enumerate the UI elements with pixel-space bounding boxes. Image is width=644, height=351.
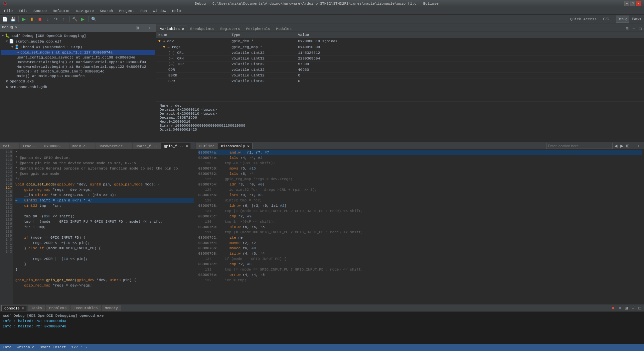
menu-refactor[interactable]: Refactor xyxy=(50,8,73,14)
debug-minimize-btn[interactable]: – xyxy=(141,25,147,31)
save-button[interactable]: 💾 xyxy=(9,16,17,23)
tab-executables[interactable]: Executables xyxy=(71,305,101,311)
var-row-odr[interactable]: ODR volatile uint32 40960 xyxy=(156,67,644,73)
disasm-maximize-btn[interactable]: □ xyxy=(637,143,643,149)
var-row-brr[interactable]: BRR volatile uint32 0 xyxy=(156,78,644,84)
tree-item-thread[interactable]: ▼ 🧵 Thread #1 (Suspended : Step) xyxy=(1,44,155,50)
tab-registers[interactable]: Registers xyxy=(217,26,243,32)
disasm-line-11: 08000766: moveq r6, #8 xyxy=(198,246,642,251)
console-maximize-btn[interactable]: □ xyxy=(637,305,643,311)
perspective-packs-button[interactable]: Packs xyxy=(630,16,643,23)
tree-item-openocd[interactable]: ⚙ openocd.exe xyxy=(1,78,155,84)
detail-hex: Hex:0x20000310 xyxy=(160,120,641,124)
minimize-button[interactable]: ─ xyxy=(624,1,629,6)
menu-window[interactable]: Window xyxy=(150,8,169,14)
debug-layout-btn[interactable]: ⊞ xyxy=(134,25,140,31)
perspective-cpp-button[interactable]: C/C++ xyxy=(601,16,614,23)
var-row-bsrr[interactable]: BSRR volatile uint32 0 xyxy=(156,73,644,78)
tree-item-root[interactable]: ▼ 🐛 asdf Debug [GDB OpenOCD Debugging] xyxy=(1,33,155,39)
editor-tab-usart[interactable]: usart_f... xyxy=(133,143,161,149)
menu-navigate[interactable]: Navigate xyxy=(74,8,96,14)
debug-stop-button[interactable]: ⏹ xyxy=(36,16,44,23)
build-button[interactable]: 🔨 xyxy=(71,16,79,23)
debug-suspend-button[interactable]: ⏸ xyxy=(28,16,36,23)
disasm-src-text-131b: 131 tmp |= (mode == GPIO_INPUT_PU ? GPIO… xyxy=(198,230,363,235)
disassembly-panel: Outline Disassembly ✕ ◀ ▶ ⊞ – □ xyxy=(196,142,644,304)
disasm-src-131c: 131 tmp |= (mode == GPIO_INPUT_PU ? GPIO… xyxy=(198,267,642,272)
perspective-debug-button[interactable]: Debug xyxy=(616,16,629,23)
debug-step-into-button[interactable]: ↓ xyxy=(44,16,52,23)
console-minimize-btn[interactable]: – xyxy=(630,305,636,311)
console-layout-btn[interactable]: ⊞ xyxy=(623,305,629,311)
tab-peripherals[interactable]: Peripherals xyxy=(243,26,273,32)
new-button[interactable]: 📄 xyxy=(1,16,9,23)
tab-problems[interactable]: Problems xyxy=(46,305,70,311)
disasm-minimize-btn[interactable]: – xyxy=(631,143,637,149)
disasm-layout-btn[interactable]: ⊞ xyxy=(625,143,631,149)
disasm-location-input[interactable] xyxy=(546,143,613,149)
tab-modules[interactable]: Modules xyxy=(273,26,294,32)
menu-run[interactable]: Run xyxy=(138,8,150,14)
search-button[interactable]: 🔍 xyxy=(90,16,97,23)
editor-tab-addr[interactable]: 0x80006... xyxy=(41,143,69,149)
run-button[interactable]: ▶ xyxy=(79,16,86,23)
menu-edit[interactable]: Edit xyxy=(16,8,30,14)
editor-tab-main[interactable]: mai... xyxy=(0,143,19,149)
code-122: * @see gpio_pin_mode xyxy=(15,171,194,176)
tree-item-frame0[interactable]: → gpio_set_mode() at gpio_f1.c:127 0x800… xyxy=(1,50,155,55)
vars-layout-btn[interactable]: ⊞ xyxy=(624,26,630,32)
vars-minimize-btn[interactable]: – xyxy=(631,26,637,32)
tree-item-frame5[interactable]: main() at main.cpp:38 0x8000fcc xyxy=(1,74,155,78)
tab-variables[interactable]: Variables ✕ xyxy=(157,26,187,32)
debug-step-return-button[interactable]: ↑ xyxy=(60,16,68,23)
var-row-crl[interactable]: (↔) CRL volatile uint32 1145324612 xyxy=(156,50,644,56)
code-area[interactable]: * * @param dev GPIO device. * @param pin… xyxy=(13,149,196,304)
editor-tab-trac[interactable]: Trac... xyxy=(20,143,41,149)
debug-panel-title: Debug ✕ xyxy=(2,25,17,31)
menu-file[interactable]: File xyxy=(1,8,15,14)
code-132: *cr = tmp; xyxy=(15,224,194,230)
tab-memory[interactable]: Memory xyxy=(102,305,121,311)
tree-item-frame4[interactable]: setup() at sketch_aug29a.ino:5 0x800014c xyxy=(1,69,155,74)
vars-maximize-btn[interactable]: □ xyxy=(637,26,643,32)
console-stop-btn[interactable]: ■ xyxy=(610,305,616,311)
var-row-regs[interactable]: ▼ ⇒ regs gpio_reg_map * 0x40010800 xyxy=(156,44,644,50)
var-type-crh: volatile uint32 xyxy=(230,56,296,61)
disasm-next-btn[interactable]: ▶ xyxy=(619,143,625,149)
console-clear-btn[interactable]: ✕ xyxy=(617,305,623,311)
tree-item-elf[interactable]: ▼ 📄 sketch_aug29a.cpp.elf xyxy=(1,39,155,44)
editor-content[interactable]: 118 119 120 121 122 123 124 125 126 127 … xyxy=(0,149,196,304)
menu-source[interactable]: Source xyxy=(31,8,50,14)
var-row-dev[interactable]: ▼ ⇒ dev gpio_dev * 0x20000310 <gpioa> xyxy=(156,38,644,44)
tree-item-frame3[interactable]: HardwareSerial::begin() at HardwareSeria… xyxy=(1,64,155,69)
disasm-prev-btn[interactable]: ◀ xyxy=(613,143,619,149)
detail-default: Default:0x20000310 <gpioa> xyxy=(160,112,641,116)
debug-step-over-button[interactable]: ↷ xyxy=(52,16,60,23)
debug-panel-toolbar: ⊞ – □ xyxy=(134,25,154,31)
tab-tasks[interactable]: Tasks xyxy=(28,305,45,311)
debug-resume-button[interactable]: ▶ xyxy=(20,16,28,23)
editor-tab-gpio[interactable]: gpio_f... ✕ xyxy=(161,143,191,149)
close-button[interactable]: ✕ xyxy=(636,1,641,6)
menu-search[interactable]: Search xyxy=(97,8,116,14)
editor-tab-hwserial[interactable]: HardwareSer... xyxy=(95,143,132,149)
tab-breakpoints[interactable]: Breakpoints xyxy=(187,26,218,32)
var-type-dev: gpio_dev * xyxy=(230,38,296,44)
var-row-crh[interactable]: (↔) CRH volatile uint32 2290369604 xyxy=(156,56,644,61)
disasm-instr-11: moveq r6, #8 xyxy=(230,246,256,251)
debug-maximize-btn[interactable]: □ xyxy=(148,25,154,31)
maximize-button[interactable]: □ xyxy=(630,1,635,6)
ln-133: 133 xyxy=(0,210,12,214)
tab-outline[interactable]: Outline xyxy=(196,143,218,149)
menu-help[interactable]: Help xyxy=(169,8,183,14)
tree-item-frame2[interactable]: HardwareSerial::begin() at HardwareSeria… xyxy=(1,60,155,64)
tab-console[interactable]: Console ✕ xyxy=(1,305,27,311)
toolbar-sep-persp xyxy=(599,16,599,22)
tab-disassembly[interactable]: Disassembly ✕ xyxy=(218,143,252,149)
var-row-idr[interactable]: (↔) IDR volatile uint32 57309 xyxy=(156,61,644,67)
tree-item-frame1[interactable]: usart_config_gpios_async() at usart_f1.c… xyxy=(1,55,155,60)
ln-132: 132 xyxy=(0,206,12,210)
editor-tab-mainc[interactable]: main.c... xyxy=(70,143,95,149)
menu-project[interactable]: Project xyxy=(116,8,137,14)
tree-item-gdb[interactable]: ⚙ arm-none-eabi-gdb xyxy=(1,84,155,90)
